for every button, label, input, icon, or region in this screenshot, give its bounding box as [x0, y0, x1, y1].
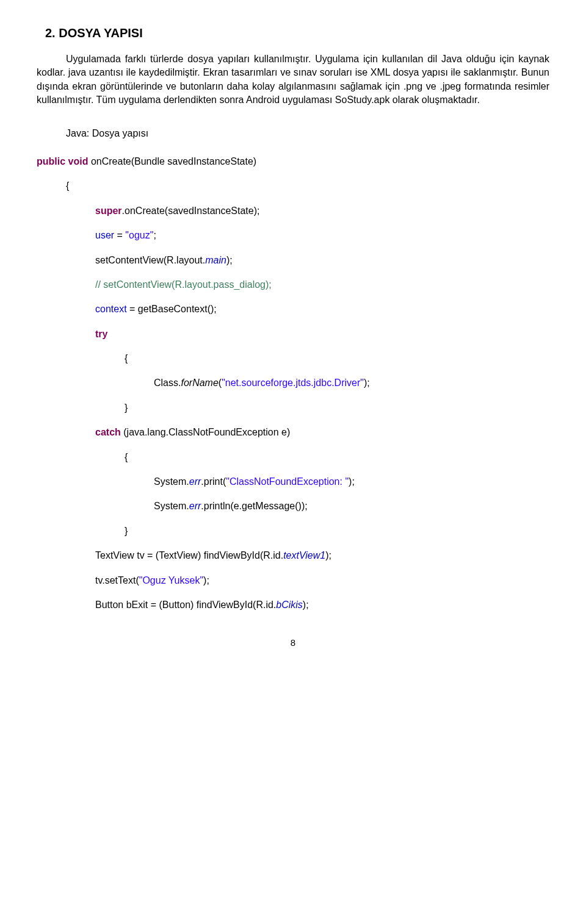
code-line: TextView tv = (TextView) findViewById(R.…	[95, 549, 549, 562]
code-line: Button bExit = (Button) findViewById(R.i…	[95, 598, 549, 612]
code-line: System.err.print("ClassNotFoundException…	[154, 475, 549, 489]
code-text: = getBaseContext();	[127, 304, 217, 314]
code-line: super.onCreate(savedInstanceState);	[95, 204, 549, 218]
code-line: Class.forName("net.sourceforge.jtds.jdbc…	[154, 376, 549, 390]
code-line: public void onCreate(Bundle savedInstanc…	[37, 155, 549, 168]
code-line: {	[66, 179, 549, 193]
code-text: =	[114, 230, 125, 240]
body-paragraph: Uygulamada farklı türlerde dosya yapılar…	[37, 52, 549, 107]
code-line: setContentView(R.layout.main);	[95, 254, 549, 267]
code-text: );	[203, 575, 209, 586]
section-heading: 2. DOSYA YAPISI	[45, 24, 549, 41]
keyword: public void	[37, 156, 88, 167]
code-line: context = getBaseContext();	[95, 303, 549, 316]
code-text: );	[364, 378, 370, 388]
code-text: TextView tv = (TextView) findViewById(R.…	[95, 550, 283, 560]
field: err	[189, 501, 201, 511]
code-text: Class.	[154, 378, 181, 388]
code-text: .print(	[201, 476, 226, 487]
code-block: public void onCreate(Bundle savedInstanc…	[37, 155, 549, 612]
code-line: }	[125, 401, 549, 415]
identifier: textView1	[283, 550, 325, 560]
code-text: );	[303, 600, 309, 610]
code-title: Java: Dosya yapısı	[37, 127, 549, 140]
code-text: System.	[154, 476, 189, 487]
code-text: );	[325, 550, 331, 560]
code-text: (java.lang.ClassNotFoundException e)	[121, 427, 290, 437]
string-literal: "ClassNotFoundException: "	[226, 476, 349, 487]
code-text: );	[226, 255, 233, 265]
code-text: );	[349, 476, 355, 487]
code-text: tv.setText(	[95, 575, 139, 586]
string-literal: "Oguz Yuksek"	[139, 575, 203, 586]
identifier: bCikis	[276, 600, 303, 610]
code-text: Button bExit = (Button) findViewById(R.i…	[95, 600, 276, 610]
code-text: .println(e.getMessage());	[201, 501, 307, 511]
code-line: user = "oguz";	[95, 229, 549, 242]
code-comment: // setContentView(R.layout.pass_dialog);	[95, 278, 549, 292]
code-line: System.err.println(e.getMessage());	[154, 500, 549, 513]
code-line: {	[125, 451, 549, 464]
code-text: System.	[154, 501, 189, 511]
page-number: 8	[37, 636, 549, 649]
code-line: tv.setText("Oguz Yuksek");	[95, 574, 549, 587]
field: context	[95, 304, 127, 314]
code-text: setContentView(R.layout.	[95, 255, 205, 265]
keyword: catch	[95, 427, 121, 437]
code-line: catch (java.lang.ClassNotFoundException …	[95, 426, 549, 439]
string-literal: "net.sourceforge.jtds.jdbc.Driver"	[222, 378, 364, 388]
code-line: }	[125, 525, 549, 538]
code-text: .onCreate(savedInstanceState);	[122, 206, 260, 216]
keyword: try	[95, 328, 549, 341]
identifier: main	[205, 255, 226, 265]
field: err	[189, 476, 201, 487]
code-line: {	[125, 352, 549, 365]
field: user	[95, 230, 114, 240]
keyword: super	[95, 206, 122, 216]
string-literal: "oguz"	[125, 230, 153, 240]
method: forName	[181, 378, 218, 388]
code-text: onCreate(Bundle savedInstanceState)	[88, 156, 256, 167]
code-text: ;	[153, 230, 156, 240]
